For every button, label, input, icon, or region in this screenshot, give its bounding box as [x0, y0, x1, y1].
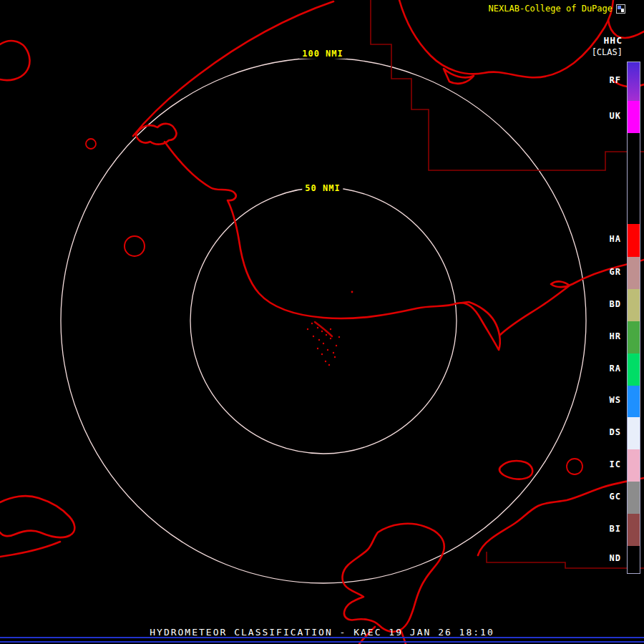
coastline-path	[444, 69, 474, 84]
legend-segment-ND	[628, 546, 640, 573]
brand-title: NEXLAB-College of DuPage	[489, 4, 613, 14]
legend-segment-HA	[628, 224, 640, 257]
coastline-path	[133, 1, 333, 136]
legend-segment-RA	[628, 353, 640, 386]
range-ring-50nmi	[190, 187, 457, 454]
coastlines	[0, 0, 644, 644]
lake-outline	[125, 236, 145, 256]
lake-outline	[86, 139, 96, 149]
legend-label-GR: GR	[610, 267, 621, 277]
legend-segment-GC	[628, 482, 640, 514]
coastline-path	[0, 41, 30, 80]
coastline-path	[0, 496, 74, 537]
legend-segment-gap	[628, 133, 640, 224]
lake-outline	[567, 459, 582, 474]
legend-label-WS: WS	[610, 395, 621, 405]
product-title: HYDROMETEOR CLASSIFICATION - KAEC 19 JAN…	[0, 627, 644, 638]
range-label-50nmi: 50 NMI	[302, 183, 343, 193]
bottom-border-line-1	[0, 637, 644, 638]
county-boundaries	[371, 0, 644, 568]
legend-label-UK: UK	[610, 111, 621, 121]
bottom-border-line-2	[0, 641, 644, 643]
nexlab-logo-icon[interactable]	[616, 3, 625, 12]
legend-segment-DS	[628, 417, 640, 449]
coastline-path	[500, 260, 644, 335]
legend-label-BI: BI	[610, 524, 621, 534]
coastline-path	[0, 542, 60, 557]
legend-segment-UK	[628, 101, 640, 133]
coastline-path	[165, 142, 457, 318]
coastline-path	[478, 478, 644, 555]
legend-segment-IC	[628, 449, 640, 482]
legend-label-HR: HR	[610, 331, 621, 341]
product-tag: [CLAS]	[592, 47, 623, 57]
legend-segment-WS	[628, 386, 640, 417]
legend-segment-BD	[628, 289, 640, 321]
legend-label-IC: IC	[610, 459, 621, 469]
legend-label-HA: HA	[610, 234, 621, 244]
coastline-path	[457, 302, 500, 350]
coastline-path	[499, 461, 532, 479]
legend-segment-HR	[628, 321, 640, 353]
legend-segment-RF	[628, 62, 640, 101]
boundary-path	[371, 0, 644, 170]
legend-label-BD: BD	[610, 299, 621, 309]
legend-segment-GR	[628, 257, 640, 289]
legend-label-RF: RF	[610, 75, 621, 85]
radar-display: 100 NMI 50 NMI NEXLAB-College of DuPage …	[0, 0, 644, 644]
radar-map	[0, 0, 644, 644]
legend-label-RA: RA	[610, 364, 621, 374]
range-rings	[61, 58, 586, 583]
terrain-speckles	[307, 291, 353, 366]
coastline-path	[343, 524, 444, 632]
range-label-100nmi: 100 NMI	[299, 49, 346, 59]
range-ring-100nmi	[61, 58, 586, 583]
legend-label-GC: GC	[610, 492, 621, 502]
legend-label-ND: ND	[610, 553, 621, 563]
legend-label-DS: DS	[610, 427, 621, 437]
color-scale-bar	[627, 62, 640, 574]
legend-segment-BI	[628, 514, 640, 546]
product-code: HHC	[604, 35, 623, 46]
coastline-path	[136, 124, 176, 145]
